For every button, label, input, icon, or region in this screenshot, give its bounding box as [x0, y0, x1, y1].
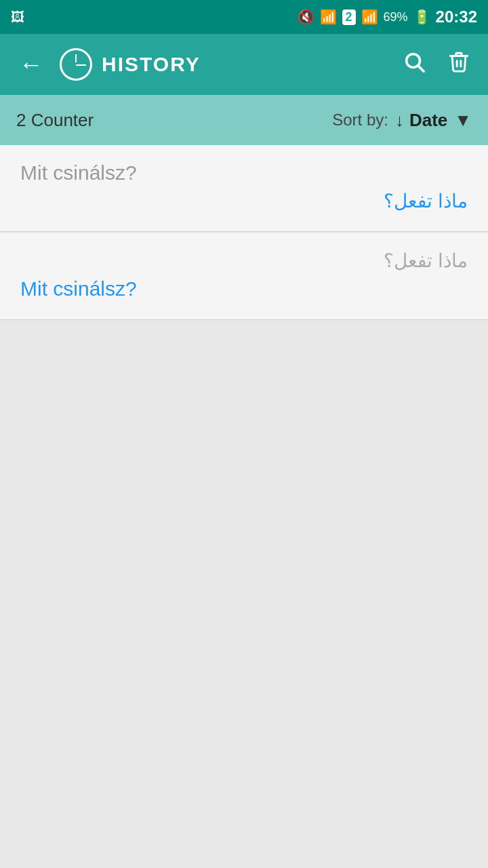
mute-icon: 🔇 — [298, 9, 314, 25]
clock-icon — [60, 48, 92, 81]
history-item-row-2: Mit csinálsz? — [20, 277, 468, 300]
delete-button[interactable] — [443, 46, 474, 83]
battery-label: 69% — [384, 10, 408, 24]
app-bar-actions — [399, 46, 474, 83]
clock-hand-hour — [75, 54, 77, 62]
list-item[interactable]: Mit csinálsz? ماذا تفعل؟ — [0, 145, 488, 232]
history-item-row-arabic-1: ماذا تفعل؟ — [20, 190, 468, 212]
status-bar-right: 🔇 📶 2 📶 69% 🔋 20:32 — [298, 7, 477, 26]
svg-line-1 — [418, 66, 424, 71]
item-question-hungarian-2: Mit csinálsz? — [20, 277, 137, 300]
app-bar-title: HISTORY — [102, 53, 201, 76]
app-bar-title-group: HISTORY — [60, 48, 388, 81]
signal-icon: 📶 — [361, 9, 378, 25]
item-question-arabic-1: ماذا تفعل؟ — [384, 190, 468, 212]
history-list: Mit csinálsz? ماذا تفعل؟ ماذا تفعل؟ Mit … — [0, 145, 488, 320]
wifi-icon: 📶 — [320, 9, 337, 25]
sort-direction-icon: ↓ — [395, 110, 404, 131]
sim-badge: 2 — [342, 9, 356, 25]
content-area — [0, 320, 488, 795]
item-question-hungarian-1: Mit csinálsz? — [20, 161, 137, 184]
sort-bar: 2 Counter Sort by: ↓ Date ▼ — [0, 95, 488, 145]
sort-by-label: Sort by: — [332, 111, 388, 130]
app-bar: ← HISTORY — [0, 34, 488, 95]
history-item-row-1: Mit csinálsz? — [20, 161, 468, 184]
battery-icon: 🔋 — [413, 9, 430, 25]
back-button[interactable]: ← — [14, 45, 49, 84]
sort-dropdown-icon[interactable]: ▼ — [454, 110, 472, 131]
item-question-arabic-2: ماذا تفعل؟ — [384, 250, 468, 272]
status-bar: 🖼 🔇 📶 2 📶 69% 🔋 20:32 — [0, 0, 488, 34]
history-item-row-arabic-2: ماذا تفعل؟ — [20, 250, 468, 272]
status-time: 20:32 — [436, 7, 477, 26]
counter-label: 2 Counter — [16, 110, 332, 131]
sort-value-label: Date — [409, 110, 447, 131]
clock-hand-minute — [76, 64, 86, 66]
search-button[interactable] — [399, 46, 430, 83]
status-bar-left: 🖼 — [11, 9, 24, 25]
photo-icon: 🖼 — [11, 9, 24, 25]
list-item[interactable]: ماذا تفعل؟ Mit csinálsz? — [0, 233, 488, 320]
